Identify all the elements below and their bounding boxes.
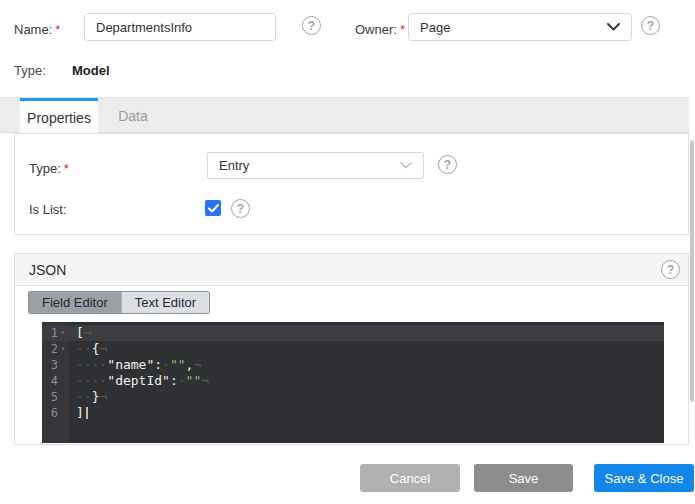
is-list-help-icon[interactable]: ?: [231, 199, 250, 218]
save-button[interactable]: Save: [474, 464, 573, 492]
code-token: "name":: [107, 357, 162, 372]
tab-bar: Properties Data: [0, 97, 689, 133]
owner-select-value: Page: [420, 20, 450, 35]
line-number: 4: [51, 374, 58, 388]
editor-gutter: 1▾2▾3456: [42, 322, 69, 443]
owner-label: Owner:*: [355, 20, 405, 38]
whitespace-dots: ·: [162, 357, 170, 372]
eol-marker-icon: ¬: [84, 325, 92, 340]
line-number: 3: [51, 358, 58, 372]
string-token: "": [186, 373, 202, 388]
json-code-editor[interactable]: 1▾2▾3456 [¬··{¬····"name":·"",¬····"dept…: [42, 322, 664, 443]
gutter-line: 1▾: [42, 325, 69, 341]
whitespace-dots: ····: [76, 373, 107, 388]
code-line[interactable]: [¬: [69, 325, 664, 341]
json-panel-header: JSON ?: [15, 254, 688, 286]
string-token: "": [170, 357, 186, 372]
name-input[interactable]: [84, 13, 276, 41]
save-and-close-button[interactable]: Save & Close: [594, 464, 694, 492]
entry-type-help-icon[interactable]: ?: [438, 155, 457, 174]
tab-properties[interactable]: Properties: [20, 98, 98, 134]
whitespace-dots: ·: [178, 373, 186, 388]
editor-code: [¬··{¬····"name":·"",¬····"deptId":·""¬·…: [69, 322, 664, 443]
gutter-line: 3: [42, 357, 69, 373]
line-number: 2: [51, 342, 58, 356]
is-list-label: Is List:: [29, 202, 67, 217]
code-token: [: [76, 325, 84, 340]
field-editor-toggle[interactable]: Field Editor: [29, 292, 121, 313]
required-asterisk: *: [400, 22, 405, 37]
whitespace-dots: ··: [76, 341, 92, 356]
whitespace-dots: ····: [76, 357, 107, 372]
type-static-label: Type:: [14, 63, 46, 78]
json-panel: JSON ? Field Editor Text Editor 1▾2▾3456…: [14, 253, 689, 445]
whitespace-dots: ··: [76, 389, 92, 404]
name-help-icon[interactable]: ?: [302, 16, 321, 35]
code-line[interactable]: ····"name":·"",¬: [69, 357, 664, 373]
type-static-value: Model: [72, 63, 110, 78]
eol-marker-icon: ¬: [99, 341, 107, 356]
gutter-line: 6: [42, 405, 69, 421]
code-line[interactable]: ]: [69, 405, 664, 421]
line-number: 5: [51, 390, 58, 404]
required-asterisk: *: [64, 161, 69, 176]
code-line[interactable]: ····"deptId":·""¬: [69, 373, 664, 389]
chevron-down-icon: [607, 23, 620, 31]
cancel-button[interactable]: Cancel: [360, 464, 460, 492]
owner-select[interactable]: Page: [408, 13, 632, 41]
entry-type-select-value: Entry: [219, 158, 249, 173]
code-token: "deptId":: [107, 373, 177, 388]
eol-marker-icon: ¬: [201, 373, 209, 388]
entry-type-select[interactable]: Entry: [207, 152, 424, 179]
editor-mode-toggle: Field Editor Text Editor: [28, 291, 210, 314]
eol-marker-icon: ¬: [193, 357, 201, 372]
is-list-checkbox[interactable]: [205, 200, 221, 216]
name-label: Name:*: [14, 20, 60, 38]
gutter-line: 5: [42, 389, 69, 405]
json-panel-title: JSON: [29, 262, 66, 278]
text-cursor: [86, 407, 88, 419]
chevron-down-icon: [400, 162, 412, 169]
properties-panel: Type:* Entry ? Is List: ?: [14, 133, 689, 235]
tab-data[interactable]: Data: [98, 98, 168, 134]
line-number: 1: [51, 326, 58, 340]
code-line[interactable]: ··{¬: [69, 341, 664, 357]
line-number: 6: [51, 406, 58, 420]
fold-icon[interactable]: ▾: [58, 328, 68, 338]
fold-icon[interactable]: ▾: [58, 344, 68, 354]
json-help-icon[interactable]: ?: [661, 260, 680, 279]
entry-type-label: Type:*: [29, 159, 69, 177]
required-asterisk: *: [55, 22, 60, 37]
check-icon: [208, 204, 219, 213]
owner-help-icon[interactable]: ?: [641, 16, 660, 35]
gutter-line: 2▾: [42, 341, 69, 357]
code-line[interactable]: ··}¬: [69, 389, 664, 405]
eol-marker-icon: ¬: [99, 389, 107, 404]
code-token: ]: [76, 405, 84, 420]
text-editor-toggle[interactable]: Text Editor: [121, 292, 209, 313]
vertical-scrollbar-thumb[interactable]: [690, 140, 694, 402]
gutter-line: 4: [42, 373, 69, 389]
